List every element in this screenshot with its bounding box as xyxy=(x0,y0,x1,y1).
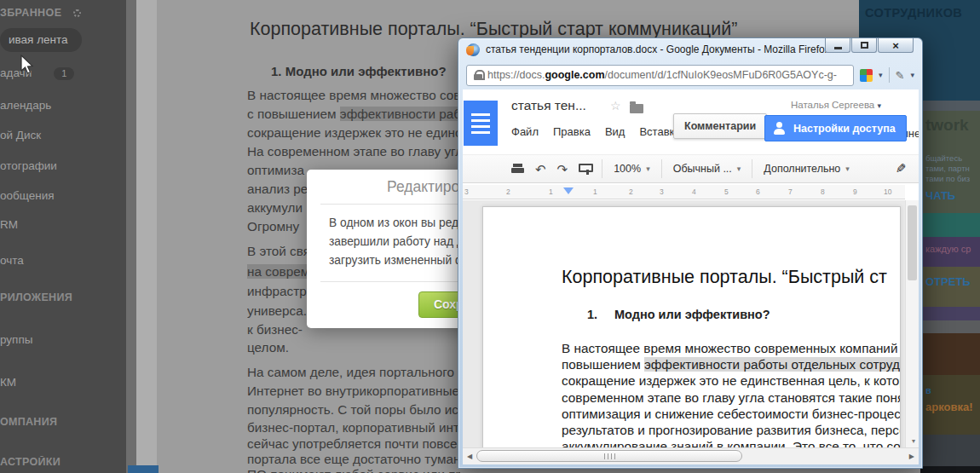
doc-line: На современном этапе во главу угла с xyxy=(247,144,460,159)
scroll-right-icon[interactable]: ▶ xyxy=(909,453,914,460)
bottom-blue-strip xyxy=(128,465,159,473)
close-icon: × xyxy=(892,40,899,51)
mouse-cursor xyxy=(20,55,34,75)
doc-line: Интернет во внутрикорпоративные се xyxy=(247,384,460,399)
extension-icon[interactable] xyxy=(860,69,873,82)
screen: ЗБРАННОЕ ивая лента адачи1 алендарь ой Д… xyxy=(0,0,980,473)
paint-format-icon[interactable] xyxy=(579,163,591,175)
portal-doc-heading: 1. Модно или эффективно? xyxy=(271,64,447,78)
url-bar[interactable]: https://docs.google.com/document/d/1cfNu… xyxy=(466,65,854,86)
network-banner[interactable]: twork xyxy=(920,111,980,153)
account-menu[interactable]: Наталья Сергеева ▾ xyxy=(791,100,881,110)
star-icon[interactable]: ☆ xyxy=(610,99,621,112)
lock-icon xyxy=(474,70,482,80)
zoom-select[interactable]: 100%▾ xyxy=(614,163,650,175)
doc-line: В настоящее время множество современных … xyxy=(562,340,900,356)
doc-line: результатов и прогнозирование развития б… xyxy=(562,422,900,438)
doc-line: сейчас употребляется почти повсемес xyxy=(247,436,460,452)
account-caret-icon: ▾ xyxy=(877,101,881,110)
styles-select[interactable]: Обычный ...▾ xyxy=(673,163,741,175)
maximize-icon xyxy=(861,42,868,49)
more-select[interactable]: Дополнительно▾ xyxy=(764,163,850,175)
print-icon[interactable] xyxy=(511,164,524,175)
document-page[interactable]: Корпоративные порталы. “Быстрый ст 1. Мо… xyxy=(482,206,901,451)
doc-line: На самом деле, идея портального ПО xyxy=(247,365,460,380)
dark-banner xyxy=(920,435,980,466)
purple-strip xyxy=(920,307,980,320)
doc-line: портала все еще достаточно туманна, xyxy=(247,452,460,467)
start-button[interactable]: ЧАТЬ xyxy=(920,184,980,213)
menu-view[interactable]: Вид xyxy=(605,125,625,138)
scrollbar-grip xyxy=(604,453,615,459)
docs-toolbar: ↶ ↷ 100%▾ Обычный ...▾ Дополнительно▾ ✎ xyxy=(463,154,919,183)
share-button[interactable]: Настройки доступа xyxy=(764,115,907,141)
page-doc-body: В настоящее время множество современных … xyxy=(562,340,900,451)
dialog-body: В одном из окон вы реда завершили работу… xyxy=(329,214,471,270)
undo-icon[interactable]: ↶ xyxy=(535,163,546,176)
doc-line: целом. xyxy=(247,340,460,355)
doc-line: бизнес-портал, корпоративный интра xyxy=(247,420,460,436)
navigation-bar: https://docs.google.com/document/d/1cfNu… xyxy=(458,61,922,89)
doc-line: сокращение издержек это не единственная … xyxy=(562,372,900,389)
brown-banner[interactable] xyxy=(920,333,980,375)
doc-line: В настоящее время множество совре xyxy=(247,88,460,103)
minimize-icon xyxy=(834,47,842,49)
pen-tool-icon[interactable]: ✎ xyxy=(896,69,905,82)
docs-logo-icon[interactable] xyxy=(464,101,498,146)
horizontal-scrollbar[interactable]: ◀ ▶ xyxy=(463,447,919,464)
redo-icon[interactable]: ↷ xyxy=(557,163,568,176)
toolbar-separator xyxy=(602,159,602,178)
chevron-down-icon: ▾ xyxy=(845,164,850,173)
close-button[interactable]: × xyxy=(878,38,914,53)
bottom-strip xyxy=(920,466,980,473)
person-icon xyxy=(774,122,786,136)
doc-title[interactable]: статья тен... xyxy=(511,98,586,113)
comments-button[interactable]: Комментарии xyxy=(673,113,767,139)
doc-line: современном этапе во главу угла становят… xyxy=(562,389,900,406)
indent-marker-icon[interactable] xyxy=(563,187,574,199)
doc-line: ПО понимают любой сервис или при xyxy=(247,467,460,473)
document-canvas: Корпоративные порталы. “Быстрый ст 1. Мо… xyxy=(463,200,905,447)
vertical-scrollbar[interactable]: ▾ xyxy=(905,200,919,447)
folder-icon[interactable] xyxy=(630,104,643,113)
banner-divider xyxy=(920,101,980,111)
parking-banner[interactable]: в арковка! xyxy=(920,375,980,435)
firefox-icon xyxy=(467,43,480,56)
firefox-window: статья тенденции корпорталов.docx - Goog… xyxy=(458,37,923,469)
purple-banner-text: каждую ср xyxy=(920,241,980,267)
toolbar-separator xyxy=(661,159,662,178)
teal-banner[interactable] xyxy=(920,213,980,237)
network-title: twork xyxy=(920,111,980,135)
url-text: https://docs.google.com/document/d/1cfNu… xyxy=(487,69,837,81)
network-banner-text: бщайтесь тами, партн тами по биз xyxy=(920,153,980,184)
chevron-down-icon: ▾ xyxy=(646,164,650,173)
window-title: статья тенденции корпорталов.docx - Goog… xyxy=(486,43,827,55)
toolbar-separator xyxy=(889,67,890,83)
toolbar-separator xyxy=(752,159,752,178)
page-doc-title: Корпоративные порталы. “Быстрый ст xyxy=(562,267,887,288)
doc-line: сокращение издержек это не единств xyxy=(247,125,460,141)
window-controls: × xyxy=(825,38,914,53)
horizontal-scrollbar-thumb[interactable] xyxy=(476,450,742,462)
menu-edit[interactable]: Правка xyxy=(553,125,591,138)
doc-line: популярность. С той поры было испол xyxy=(247,402,460,418)
watch-button[interactable]: ОТРЕТЬ xyxy=(920,267,980,307)
gray-strip xyxy=(920,320,980,333)
menu-bar: Файл Правка Вид Вставка xyxy=(511,125,681,138)
page-doc-heading: Модно или эффективно? xyxy=(614,308,770,321)
google-docs-content: статья тен... ☆ Наталья Сергеева ▾ Файл … xyxy=(463,89,919,464)
scroll-left-icon[interactable]: ◀ xyxy=(467,453,472,460)
maximize-button[interactable] xyxy=(851,38,877,53)
minimize-button[interactable] xyxy=(825,38,850,53)
menu-file[interactable]: Файл xyxy=(511,125,539,138)
doc-line: повышением эффективности работы отдельны… xyxy=(562,356,900,372)
tools-caret-icon[interactable]: ▾ xyxy=(910,71,914,79)
edit-mode-pencil-icon[interactable]: ✎ xyxy=(896,161,907,176)
extension-caret-icon[interactable]: ▾ xyxy=(879,71,883,79)
doc-line: с повышением эффективности работы xyxy=(247,107,460,122)
vertical-scrollbar-thumb[interactable] xyxy=(908,205,917,280)
ruler[interactable]: 3 2 1 1 2 3 4 5 6 7 8 9 10 xyxy=(463,185,905,199)
scroll-down-icon[interactable]: ▾ xyxy=(912,437,915,445)
list-number: 1. xyxy=(587,308,597,321)
chevron-down-icon: ▾ xyxy=(737,164,741,173)
